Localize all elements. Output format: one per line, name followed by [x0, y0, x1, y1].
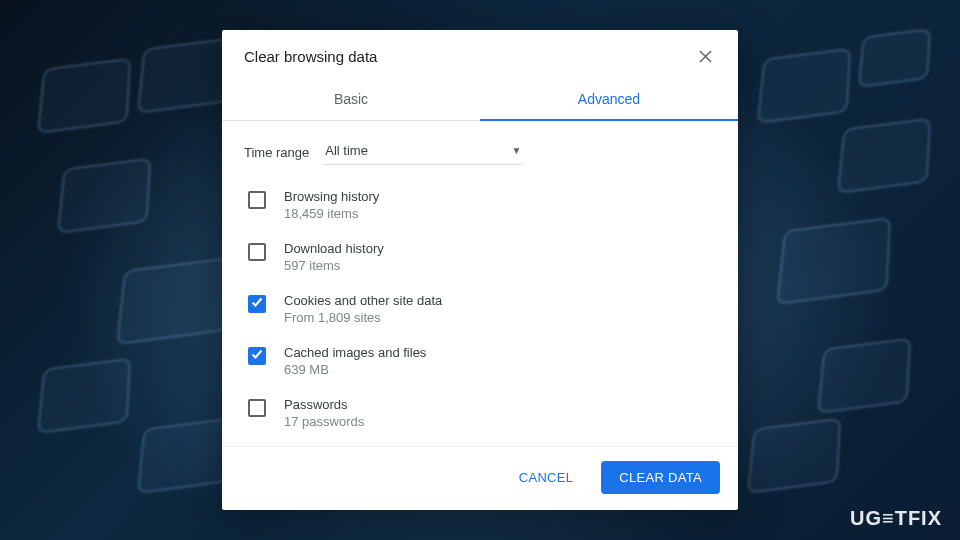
option-cookies[interactable]: Cookies and other site data From 1,809 s…	[244, 283, 716, 335]
option-download-history[interactable]: Download history 597 items	[244, 231, 716, 283]
clear-data-button[interactable]: CLEAR DATA	[601, 461, 720, 494]
dialog-titlebar: Clear browsing data	[222, 30, 738, 79]
checkmark-icon	[250, 295, 264, 313]
option-label: Cookies and other site data	[284, 293, 442, 308]
tab-basic[interactable]: Basic	[222, 79, 480, 120]
option-passwords[interactable]: Passwords 17 passwords	[244, 387, 716, 439]
checkbox-browsing-history[interactable]	[248, 191, 266, 209]
checkbox-cookies[interactable]	[248, 295, 266, 313]
option-sublabel: 18,459 items	[284, 206, 379, 221]
time-range-row: Time range All time ▼	[244, 139, 716, 165]
clear-browsing-data-dialog: Clear browsing data Basic Advanced Time …	[222, 30, 738, 510]
dialog-footer: CANCEL CLEAR DATA	[222, 446, 738, 510]
dropdown-arrow-icon: ▼	[511, 145, 521, 156]
option-label: Cached images and files	[284, 345, 426, 360]
option-cached[interactable]: Cached images and files 639 MB	[244, 335, 716, 387]
option-sublabel: From 1,809 sites	[284, 310, 442, 325]
time-range-value: All time	[325, 143, 368, 158]
tabs: Basic Advanced	[222, 79, 738, 121]
checkbox-download-history[interactable]	[248, 243, 266, 261]
option-autofill[interactable]: Autofill form data	[244, 439, 716, 446]
close-button[interactable]	[693, 44, 718, 69]
dialog-title: Clear browsing data	[244, 48, 377, 65]
checkbox-cached[interactable]	[248, 347, 266, 365]
tab-advanced[interactable]: Advanced	[480, 79, 738, 120]
option-sublabel: 639 MB	[284, 362, 426, 377]
options-list[interactable]: Browsing history 18,459 items Download h…	[244, 179, 716, 446]
checkmark-icon	[250, 347, 264, 365]
option-label: Browsing history	[284, 189, 379, 204]
option-sublabel: 597 items	[284, 258, 384, 273]
close-icon	[699, 50, 712, 63]
watermark: UG≡TFIX	[850, 507, 942, 530]
time-range-label: Time range	[244, 145, 309, 160]
option-label: Download history	[284, 241, 384, 256]
dialog-body: Time range All time ▼ Browsing history 1…	[222, 121, 738, 446]
option-browsing-history[interactable]: Browsing history 18,459 items	[244, 179, 716, 231]
option-label: Passwords	[284, 397, 364, 412]
checkbox-passwords[interactable]	[248, 399, 266, 417]
cancel-button[interactable]: CANCEL	[501, 461, 592, 494]
time-range-select[interactable]: All time ▼	[323, 139, 523, 165]
option-sublabel: 17 passwords	[284, 414, 364, 429]
